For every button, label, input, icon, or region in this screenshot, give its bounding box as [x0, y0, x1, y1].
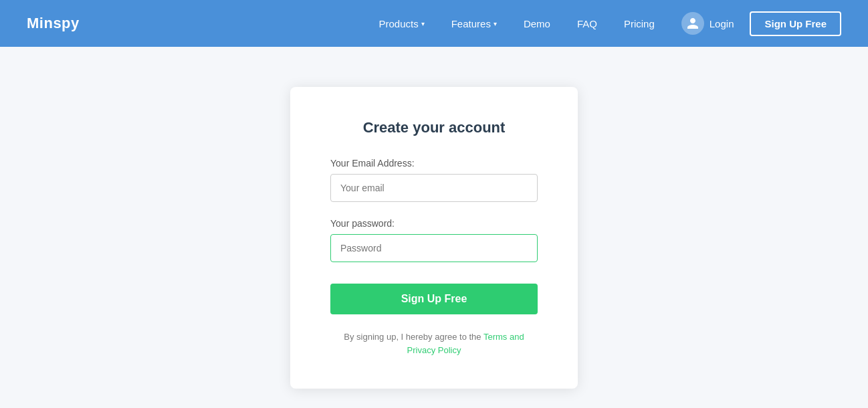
- navbar: Minspy Products ▾ Features ▾ Demo FAQ Pr…: [0, 0, 868, 47]
- email-input[interactable]: [330, 174, 538, 202]
- nav-item-demo[interactable]: Demo: [513, 13, 561, 35]
- nav-signup-button[interactable]: Sign Up Free: [750, 11, 841, 36]
- signup-button[interactable]: Sign Up Free: [330, 284, 538, 314]
- login-button[interactable]: Login: [671, 7, 745, 40]
- nav-item-features[interactable]: Features ▾: [441, 13, 508, 35]
- user-avatar-icon: [681, 12, 704, 35]
- signup-card: Create your account Your Email Address: …: [290, 87, 578, 389]
- logo: Minspy: [27, 15, 80, 32]
- nav-item-faq[interactable]: FAQ: [566, 13, 608, 35]
- chevron-down-icon: ▾: [494, 20, 497, 27]
- nav-item-products[interactable]: Products ▾: [368, 13, 435, 35]
- card-title: Create your account: [330, 119, 538, 136]
- chevron-down-icon: ▾: [421, 20, 425, 27]
- terms-text: By signing up, I hereby agree to the Ter…: [330, 330, 538, 356]
- email-label: Your Email Address:: [330, 158, 538, 169]
- password-group: Your password:: [330, 218, 538, 262]
- main-content: Create your account Your Email Address: …: [0, 47, 868, 408]
- nav-links: Products ▾ Features ▾ Demo FAQ Pricing L…: [368, 7, 841, 40]
- password-input[interactable]: [330, 234, 538, 262]
- nav-item-pricing[interactable]: Pricing: [613, 13, 665, 35]
- password-label: Your password:: [330, 218, 538, 229]
- email-group: Your Email Address:: [330, 158, 538, 202]
